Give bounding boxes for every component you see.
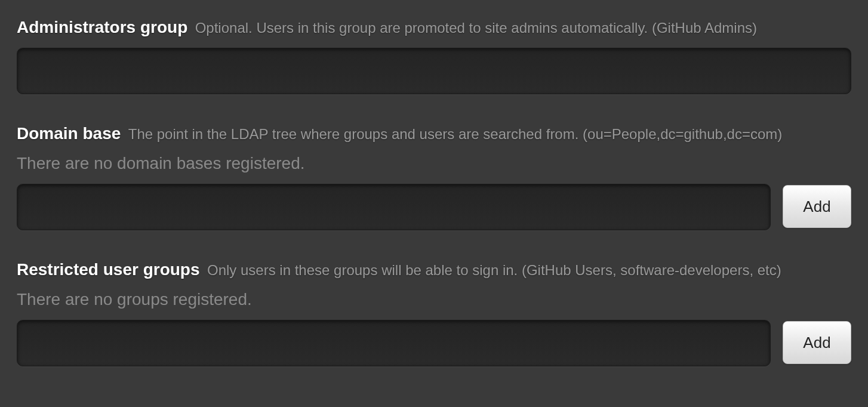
restricted-groups-title: Restricted user groups (17, 260, 200, 279)
restricted-groups-empty-message: There are no groups registered. (17, 290, 851, 309)
restricted-groups-header: Restricted user groups Only users in the… (17, 260, 851, 279)
administrators-group-input-row (17, 48, 851, 94)
administrators-group-header: Administrators group Optional. Users in … (17, 18, 851, 37)
restricted-groups-input-row: Add (17, 320, 851, 366)
domain-base-header: Domain base The point in the LDAP tree w… (17, 124, 851, 143)
administrators-group-title: Administrators group (17, 18, 187, 36)
domain-base-section: Domain base The point in the LDAP tree w… (17, 124, 851, 230)
restricted-groups-section: Restricted user groups Only users in the… (17, 260, 851, 366)
administrators-group-description: Optional. Users in this group are promot… (195, 20, 757, 36)
domain-base-input[interactable] (17, 184, 771, 230)
domain-base-input-row: Add (17, 184, 851, 230)
restricted-groups-input[interactable] (17, 320, 771, 366)
restricted-groups-description: Only users in these groups will be able … (207, 262, 781, 278)
restricted-groups-add-button[interactable]: Add (783, 321, 851, 364)
domain-base-add-button[interactable]: Add (783, 185, 851, 228)
domain-base-title: Domain base (17, 124, 121, 143)
administrators-group-input[interactable] (17, 48, 851, 94)
domain-base-empty-message: There are no domain bases registered. (17, 154, 851, 173)
administrators-group-section: Administrators group Optional. Users in … (17, 18, 851, 94)
domain-base-description: The point in the LDAP tree where groups … (128, 126, 783, 142)
